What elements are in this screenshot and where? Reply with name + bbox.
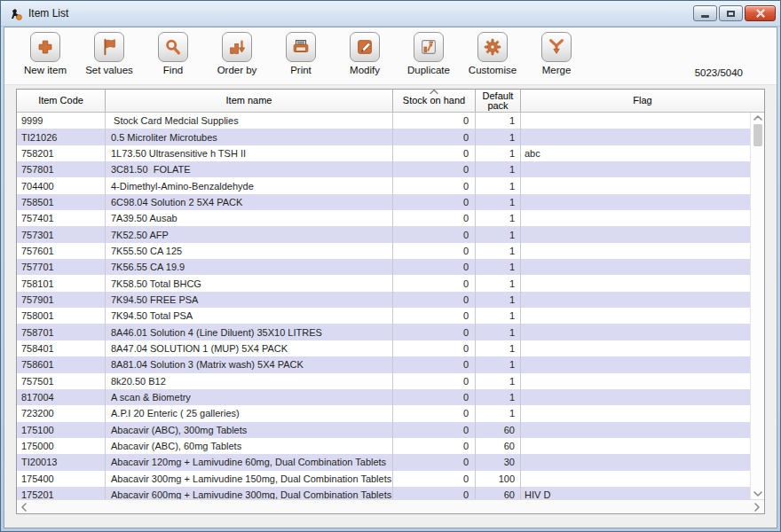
flag-cell — [521, 226, 750, 242]
table-row[interactable]: 9999 Stock Card Medcial Supplies 0 1 — [17, 113, 750, 129]
flag-cell — [521, 275, 750, 291]
tool-label: Modify — [350, 65, 380, 75]
pencil-icon — [350, 32, 380, 62]
item-name-cell: Abacavir (ABC), 60mg Tablets — [106, 438, 393, 454]
item-name-cell: 8A47.04 SOLUTION 1 (MUP) 5X4 PACK — [106, 340, 393, 356]
flag-cell — [521, 113, 750, 129]
toolbar: New item Set values — [4, 27, 777, 85]
customise-button[interactable]: Customise — [461, 32, 525, 84]
table-row[interactable]: 757701 7K56.55 CA 19.9 0 1 — [17, 259, 750, 275]
stock-on-hand-cell: 0 — [393, 243, 476, 259]
stock-on-hand-cell: 0 — [393, 340, 476, 356]
stock-on-hand-cell: 0 — [393, 194, 476, 210]
table-row[interactable]: TI20013 Abacavir 120mg + Lamivudine 60mg… — [17, 454, 750, 470]
table-row[interactable]: 757901 7K94.50 FREE PSA 0 1 — [17, 292, 750, 308]
find-button[interactable]: Find — [141, 32, 205, 84]
table-row[interactable]: 757501 8k20.50 B12 0 1 — [17, 373, 750, 389]
tool-label: Merge — [542, 65, 572, 75]
column-header-flag[interactable]: Flag — [521, 90, 764, 112]
merge-button[interactable]: Merge — [525, 32, 588, 84]
column-header-item-name[interactable]: Item name — [106, 90, 393, 112]
tool-label: Customise — [469, 65, 517, 75]
default-pack-cell: 1 — [476, 389, 521, 405]
table-row[interactable]: 758201 1L73.50 Ultrasensitive h TSH II 0… — [17, 145, 750, 161]
print-button[interactable]: Print — [269, 32, 333, 84]
item-code-cell: 757601 — [17, 243, 106, 259]
item-name-cell: 3C81.50 FOLATE — [106, 161, 393, 177]
item-list-window: Item List New item — [0, 0, 781, 532]
item-name-cell: 7K94.50 FREE PSA — [106, 292, 393, 308]
item-name-cell: A.P.I 20 Enteric ( 25 galleries) — [106, 405, 393, 421]
scroll-left-icon[interactable] — [21, 503, 27, 512]
item-name-cell: 7K58.50 Total BHCG — [106, 275, 393, 291]
default-pack-cell: 1 — [476, 226, 521, 242]
default-pack-cell: 1 — [476, 129, 521, 145]
set-values-button[interactable]: Set values — [77, 32, 141, 84]
new-item-button[interactable]: New item — [13, 32, 77, 84]
column-header-default-pack[interactable]: Default pack — [476, 90, 521, 112]
table-row[interactable]: 175400 Abacavir 300mg + Lamivudine 150mg… — [17, 471, 750, 487]
table-row[interactable]: 723200 A.P.I 20 Enteric ( 25 galleries) … — [17, 405, 750, 421]
close-icon — [755, 8, 766, 19]
column-header-item-code[interactable]: Item Code — [17, 90, 106, 112]
stock-on-hand-cell: 0 — [393, 405, 476, 421]
flag-icon — [94, 32, 124, 62]
table-row[interactable]: 175000 Abacavir (ABC), 60mg Tablets 0 60 — [17, 438, 750, 454]
table-row[interactable]: 758501 6C98.04 Solution 2 5X4 PACK 0 1 — [17, 194, 750, 210]
table-row[interactable]: 758001 7K94.50 Total PSA 0 1 — [17, 308, 750, 324]
horizontal-scrollbar[interactable] — [17, 499, 764, 513]
duplicate-button[interactable]: Duplicate — [397, 32, 461, 84]
table-row[interactable]: 175100 Abacavir (ABC), 300mg Tablets 0 6… — [17, 422, 750, 438]
table-row[interactable]: 758101 7K58.50 Total BHCG 0 1 — [17, 275, 750, 291]
scroll-up-icon[interactable] — [753, 115, 762, 121]
stock-on-hand-cell: 0 — [393, 389, 476, 405]
item-code-cell: 758601 — [17, 356, 106, 372]
table-row[interactable]: 817004 A scan & Biometry 0 1 — [17, 389, 750, 405]
table-row[interactable]: TI21026 0.5 Microliter Microtubes 0 1 — [17, 129, 750, 145]
item-name-cell: 4-Dimethyl-Amino-Benzaldehyde — [106, 177, 393, 193]
stock-on-hand-cell: 0 — [393, 308, 476, 324]
flag-cell — [521, 324, 750, 340]
tool-label: Set values — [85, 65, 133, 75]
modify-button[interactable]: Modify — [333, 32, 397, 84]
item-code-cell: 175100 — [17, 422, 106, 438]
item-code-cell: 758501 — [17, 194, 106, 210]
table-row[interactable]: 758701 8A46.01 Solution 4 (Line Diluent)… — [17, 324, 750, 340]
table-row[interactable]: 757801 3C81.50 FOLATE 0 1 — [17, 161, 750, 177]
close-button[interactable] — [745, 5, 776, 21]
scroll-down-icon[interactable] — [753, 491, 762, 497]
default-pack-cell: 1 — [476, 161, 521, 177]
maximize-button[interactable] — [719, 5, 743, 21]
vertical-scroll-thumb[interactable] — [753, 124, 762, 146]
flag-cell — [521, 292, 750, 308]
item-name-cell: Stock Card Medcial Supplies — [106, 113, 393, 129]
table-row[interactable]: 758401 8A47.04 SOLUTION 1 (MUP) 5X4 PACK… — [17, 340, 750, 356]
order-by-button[interactable]: Order by — [205, 32, 269, 84]
table-row[interactable]: 757401 7A39.50 Ausab 0 1 — [17, 210, 750, 226]
flag-cell — [521, 194, 750, 210]
table-row[interactable]: 175201 Abacavir 600mg + Lamivudine 300mg… — [17, 487, 750, 499]
item-name-cell: Abacavir 120mg + Lamivudine 60mg, Dual C… — [106, 454, 393, 470]
title-bar[interactable]: Item List — [1, 1, 780, 27]
minimize-button[interactable] — [693, 5, 717, 21]
stock-on-hand-cell: 0 — [393, 275, 476, 291]
table-row[interactable]: 757601 7K55.50 CA 125 0 1 — [17, 243, 750, 259]
item-code-cell: 757301 — [17, 226, 106, 242]
item-name-cell: 0.5 Microliter Microtubes — [106, 129, 393, 145]
sort-icon — [222, 32, 252, 62]
column-header-stock-on-hand[interactable]: Stock on hand — [393, 90, 476, 112]
item-name-cell: 6C98.04 Solution 2 5X4 PACK — [106, 194, 393, 210]
column-header-label: Default pack — [480, 91, 516, 111]
item-code-cell: 817004 — [17, 389, 106, 405]
table-row[interactable]: 757301 7K52.50 AFP 0 1 — [17, 226, 750, 242]
default-pack-cell: 100 — [476, 471, 521, 487]
vertical-scrollbar[interactable] — [750, 113, 764, 499]
item-count: 5023/5040 — [695, 67, 777, 84]
scroll-right-icon[interactable] — [754, 503, 760, 512]
table-body: 9999 Stock Card Medcial Supplies 0 1 TI2… — [17, 113, 750, 499]
default-pack-cell: 60 — [476, 487, 521, 499]
column-header-label: Stock on hand — [403, 96, 465, 106]
table-row[interactable]: 704400 4-Dimethyl-Amino-Benzaldehyde 0 1 — [17, 177, 750, 193]
default-pack-cell: 1 — [476, 243, 521, 259]
table-row[interactable]: 758601 8A81.04 Solution 3 (Matrix wash) … — [17, 356, 750, 372]
